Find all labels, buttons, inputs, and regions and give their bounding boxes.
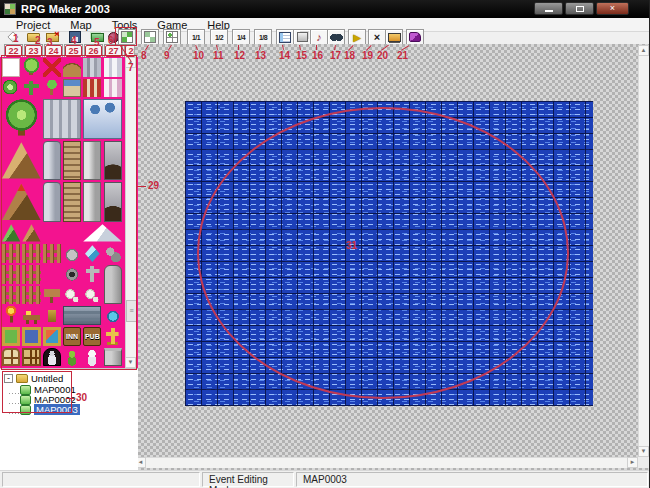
scroll-up-icon[interactable]: ▲	[638, 45, 649, 56]
toolbar-button-materials[interactable]	[293, 29, 311, 45]
event-search-icon	[330, 32, 343, 42]
toolbar-button-upper-layer[interactable]	[141, 29, 159, 45]
close-button[interactable]: ×	[596, 2, 629, 15]
minimize-button[interactable]	[534, 2, 563, 15]
annotation-number-31: 31	[346, 241, 357, 251]
annotation-number-5: 5	[94, 38, 100, 48]
annotation-number-14: 14	[279, 51, 290, 61]
map-view: ▲ ▼ ◄ ►	[134, 44, 650, 470]
scrollbar-corner	[638, 457, 649, 468]
annotation-number-18: 18	[344, 51, 355, 61]
maximize-button[interactable]	[565, 2, 594, 15]
annotation-line	[137, 186, 146, 187]
annotation-number-8: 8	[141, 51, 147, 61]
toolbar-button-zoom-1-8[interactable]: 1/8	[254, 29, 272, 45]
toolbar-button-title-screen[interactable]	[385, 29, 403, 45]
annotation-box	[2, 371, 72, 413]
annotation-number-12: 12	[234, 51, 245, 61]
annotation-number-2: 2	[35, 36, 41, 46]
annotation-number-4: 4	[71, 36, 77, 46]
window-controls: ×	[534, 2, 629, 15]
scroll-right-icon[interactable]: ►	[627, 457, 638, 468]
zoom-1-4-icon: 1/4	[237, 34, 245, 41]
map-canvas[interactable]	[185, 101, 593, 406]
annotation-number-30: 30	[76, 393, 87, 403]
annotation-number-16: 16	[312, 51, 323, 61]
annotation-number-11: 11	[213, 51, 224, 61]
fullscreen-toggle-icon: ×	[374, 31, 380, 43]
annotation-number-9: 9	[164, 51, 170, 61]
close-icon: ×	[610, 4, 615, 13]
toolbar-button-database[interactable]	[276, 29, 294, 45]
status-mode: Event Editing Mode	[202, 472, 294, 487]
zoom-1-2-icon: 1/2	[215, 34, 223, 41]
scroll-down-icon[interactable]: ▼	[638, 446, 649, 457]
toolbar-button-help-contents[interactable]	[406, 29, 424, 45]
zoom-1-8-icon: 1/8	[259, 34, 267, 41]
database-icon	[279, 32, 291, 43]
map-horizontal-scrollbar[interactable]: ◄ ►	[135, 457, 638, 468]
toolbar-button-fullscreen-toggle[interactable]: ×	[368, 29, 386, 45]
annotation-number-13: 13	[255, 51, 266, 61]
toolbar-button-event-search[interactable]	[327, 29, 345, 45]
annotation-number-6: 6	[108, 36, 114, 46]
minimize-icon	[545, 10, 553, 12]
annotation-number-29: 29	[148, 181, 159, 191]
help-contents-icon	[409, 32, 421, 42]
status-bar: Event Editing Mode MAP0003	[0, 470, 650, 488]
annotation-number-17: 17	[330, 51, 341, 61]
window-title: RPG Maker 2003	[21, 3, 110, 15]
zoom-1-1-icon: 1/1	[192, 34, 200, 41]
annotation-number-15: 15	[296, 51, 307, 61]
test-play-icon: ▶	[353, 32, 361, 43]
toolbar-button-zoom-1-4[interactable]: 1/4	[232, 29, 250, 45]
toolbar-button-zoom-1-2[interactable]: 1/2	[210, 29, 228, 45]
annotation-box	[115, 27, 137, 46]
maximize-icon	[576, 6, 584, 12]
annotation-line	[316, 45, 317, 50]
toolbar-button-test-play[interactable]: ▶	[348, 29, 366, 45]
title-screen-icon	[388, 33, 401, 42]
toolbar-button-event-layer[interactable]	[163, 29, 181, 45]
annotation-number-20: 20	[377, 51, 388, 61]
status-panel-empty	[2, 472, 200, 487]
rpg-maker-window: RPG Maker 2003 × ProjectMapToolsGameHelp…	[0, 0, 650, 488]
music-icon: ♪	[316, 31, 322, 43]
status-map-name: MAP0003	[296, 472, 648, 487]
materials-icon	[297, 32, 308, 42]
app-icon	[4, 3, 16, 15]
annotation-number-3: 3	[47, 38, 53, 48]
annotation-number-1: 1	[13, 34, 19, 44]
upper-layer-icon	[144, 31, 156, 43]
toolbar-button-zoom-1-1[interactable]: 1/1	[187, 29, 205, 45]
annotation-ellipse	[197, 107, 569, 399]
annotation-line	[238, 45, 239, 50]
annotation-number-19: 19	[362, 51, 373, 61]
title-bar: RPG Maker 2003 ×	[0, 0, 650, 18]
annotation-box	[1, 55, 137, 370]
annotation-number-10: 10	[193, 51, 204, 61]
annotation-number-21: 21	[397, 51, 408, 61]
map-vertical-scrollbar[interactable]: ▲ ▼	[638, 45, 649, 457]
event-layer-icon	[166, 31, 178, 43]
toolbar-button-music[interactable]: ♪	[310, 29, 328, 45]
